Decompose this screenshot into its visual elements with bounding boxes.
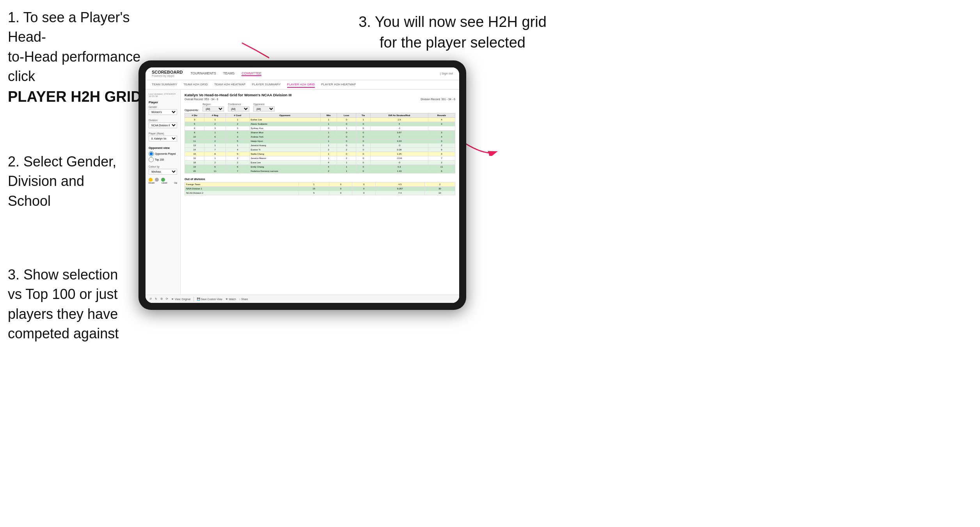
out-table-row: Foreign Team 1 0 0 4.5 2	[185, 182, 455, 186]
refresh-btn[interactable]: ⟳	[166, 297, 168, 301]
table-row: 18 2 2 Euna Lee 4 1 0 -5 2	[185, 160, 455, 164]
share-icon: ↑	[239, 298, 240, 301]
table-row: 11 2 5 Heejo Hyun 1 0 0 3.33 3	[185, 139, 455, 143]
out-table-row: NAIA Division 1 15 0 0 9.267 30	[185, 186, 455, 191]
app-header: SCOREBOARD Powered by clippd TOURNAMENTS…	[146, 67, 459, 80]
col-diff: Diff Av Strokes/Rnd	[370, 113, 428, 117]
region-select[interactable]: (All)	[202, 106, 224, 111]
subnav-team-h2h-grid[interactable]: TEAM H2H GRID	[183, 82, 208, 88]
table-row: 20 11 7 Federica Domecq Lacroze 2 1 0 1.…	[185, 169, 455, 173]
divider	[194, 297, 194, 301]
filter-bar: Opponents: Region (All) Conference (All)	[185, 103, 455, 111]
col-tie: Tie	[356, 113, 371, 117]
redo-btn[interactable]: ↻	[155, 297, 157, 301]
opponent-view-label: Opponent view	[149, 146, 177, 150]
h2h-table: # Div # Reg # Conf Opponent Win Loss Tie…	[185, 113, 455, 173]
col-opponent: Opponent	[249, 113, 320, 117]
colour-legend-labels: Down Level Up	[149, 182, 177, 184]
subnav-team-summary[interactable]: TEAM SUMMARY	[152, 82, 177, 88]
division-select[interactable]: NCAA Division III NCAA Division I NCAA D…	[149, 122, 177, 128]
out-of-division-title: Out of division	[185, 177, 455, 181]
radio-top100[interactable]: Top 100	[149, 157, 177, 162]
opponent-select[interactable]: (All)	[253, 106, 275, 111]
opponent-filter: Opponent (All)	[253, 103, 275, 111]
dot-level	[155, 178, 159, 182]
col-conf: # Conf	[226, 113, 249, 117]
save-custom-btn[interactable]: 💾 Save Custom View	[197, 297, 222, 301]
h2h-title: Katelyn Vo Head-to-Head Grid for Women's…	[185, 93, 455, 97]
last-updated: Last Updated: 27/03/2024 16:55:38	[149, 93, 177, 97]
table-row: 15 8 5 Stella Cheng 1 0 0 1.25 4	[185, 152, 455, 156]
col-rounds: Rounds	[428, 113, 455, 117]
dot-up	[161, 178, 165, 182]
division-label: Division	[149, 119, 177, 122]
records-row: Overall Record: 353 - 34 - 6 Division Re…	[185, 98, 455, 101]
out-of-division-table: Foreign Team 1 0 0 4.5 2 NAIA Division 1…	[185, 182, 455, 195]
watch-icon: 👁	[225, 298, 228, 301]
table-row: 13 1 1 Jessica Huang 1 0 0 -3 2	[185, 143, 455, 147]
subnav-team-h2h-heatmap[interactable]: TEAM H2H HEATMAP	[214, 82, 246, 88]
colour-by-label: Colour by	[149, 165, 177, 168]
colour-legend	[149, 178, 177, 182]
table-row: 19 6 6 Emily Chang 4 1 0 0.3 11	[185, 164, 455, 169]
subnav-player-h2h-heatmap[interactable]: PLAYER H2H HEATMAP	[321, 82, 356, 88]
table-row: 6 3 3 Sydney Kuo 0 1 0 -1	[185, 126, 455, 130]
gender-label: Gender	[149, 106, 177, 108]
out-table-row: NCAA Division 2 5 0 0 7.4 10	[185, 191, 455, 195]
instruction-step2: 2. Select Gender,Division andSchool	[8, 152, 140, 211]
content-panel: Katelyn Vo Head-to-Head Grid for Women's…	[181, 90, 459, 303]
subnav-player-h2h-grid[interactable]: PLAYER H2H GRID	[287, 82, 315, 88]
table-row: 9 1 4 Sharon Mun 1 0 0 3.67 3	[185, 130, 455, 134]
instruction-step3-bottom: 3. Show selectionvs Top 100 or justplaye…	[8, 265, 140, 344]
colour-by-select[interactable]: Win/loss	[149, 169, 177, 175]
radio-opponents-played[interactable]: Opponents Played	[149, 151, 177, 156]
nav-tournaments[interactable]: TOURNAMENTS	[190, 71, 216, 76]
table-row: 16 1 3 Jessica Mason 1 2 0 -0.94 7	[185, 156, 455, 160]
col-loss: Loss	[337, 113, 356, 117]
opponents-label: Opponents:	[185, 109, 199, 111]
table-row: 5 2 2 Alexis Sudjianto 1 0 0 4 3	[185, 122, 455, 126]
subnav-player-summary[interactable]: PLAYER SUMMARY	[252, 82, 281, 88]
sub-nav: TEAM SUMMARY TEAM H2H GRID TEAM H2H HEAT…	[146, 80, 459, 90]
player-rank-select[interactable]: 8. Katelyn Vo	[149, 136, 177, 141]
table-row: 3 1 1 Esther Lee 1 0 1 1.5 4	[185, 117, 455, 122]
conference-select[interactable]: (All)	[228, 106, 249, 111]
main-nav: TOURNAMENTS TEAMS COMMITTEE	[190, 71, 261, 76]
tablet-frame: SCOREBOARD Powered by clippd TOURNAMENTS…	[138, 60, 466, 310]
col-win: Win	[320, 113, 337, 117]
region-filter: Region (All)	[202, 103, 224, 111]
view-original-btn[interactable]: 👁 View: Original	[171, 298, 190, 301]
main-content: Last Updated: 27/03/2024 16:55:38 Player…	[146, 90, 459, 303]
table-row: 14 7 4 Eunice Yi 2 2 0 0.38 9	[185, 147, 455, 152]
sign-out[interactable]: | Sign out	[440, 72, 453, 75]
share-btn[interactable]: ↑ Share	[239, 298, 248, 301]
tablet-screen: SCOREBOARD Powered by clippd TOURNAMENTS…	[146, 67, 459, 303]
dot-down	[149, 178, 153, 182]
colour-section: Colour by Win/loss Down Level Up	[149, 165, 177, 184]
watch-btn[interactable]: 👁 Watch	[225, 298, 236, 301]
nav-committee[interactable]: COMMITTEE	[241, 71, 261, 76]
gender-select[interactable]: Women's Men's	[149, 109, 177, 115]
logo: SCOREBOARD Powered by clippd	[152, 70, 183, 78]
instruction-step1: 1. To see a Player's Head- to-Head perfo…	[8, 8, 156, 107]
conference-filter: Conference (All)	[228, 103, 249, 111]
division-row: Division NCAA Division III NCAA Division…	[149, 119, 177, 130]
save-icon: 💾	[197, 297, 200, 301]
player-rank-row: Player (Rank) 8. Katelyn Vo	[149, 132, 177, 143]
gender-row: Gender Women's Men's	[149, 106, 177, 117]
col-div: # Div	[185, 113, 204, 117]
table-row: 10 6 3 Andrea York 2 0 0 4 4	[185, 134, 455, 139]
player-rank-label: Player (Rank)	[149, 132, 177, 135]
toolbar: ↺ ↻ ⚙ ⟳ 👁 View: Original 💾 Save Custom V…	[146, 295, 459, 303]
player-section-label: Player	[149, 101, 177, 104]
col-reg: # Reg	[204, 113, 226, 117]
sidebar: Last Updated: 27/03/2024 16:55:38 Player…	[146, 90, 181, 303]
view-original-icon: 👁	[171, 298, 174, 301]
instruction-step3-top: 3. You will now see H2H grid for the pla…	[351, 12, 554, 53]
undo-btn[interactable]: ↺	[149, 297, 152, 301]
nav-teams[interactable]: TEAMS	[223, 71, 234, 76]
settings-btn[interactable]: ⚙	[160, 297, 163, 301]
